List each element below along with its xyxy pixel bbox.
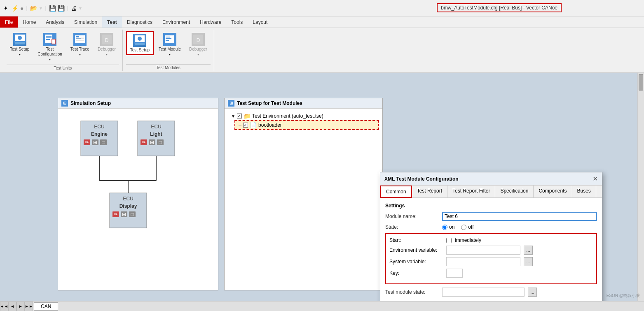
svg-rect-7	[46, 37, 52, 38]
svg-rect-49	[110, 193, 147, 228]
svg-rect-52	[112, 211, 119, 217]
svg-text:□: □	[102, 139, 105, 145]
menu-test[interactable]: Test	[102, 16, 122, 28]
test-setup-title: Test Setup for Test Modules	[237, 100, 302, 106]
tree-expand-env: ▼	[231, 114, 235, 118]
debugger-1-icon: D	[100, 33, 113, 46]
tab-test-report-filter[interactable]: Test Report Filter	[447, 186, 495, 197]
immediately-label: immediately	[455, 237, 481, 243]
menu-bar: File Home Analysis Simulation Test Diagn…	[0, 16, 644, 28]
tree-check-env[interactable]: ✓	[237, 114, 242, 118]
sim-setup-content: ECU Engine ✏ ⊞ □ ECU Light ✏ ⊞ □	[58, 109, 218, 289]
menu-tools[interactable]: Tools	[226, 16, 248, 28]
print-icon[interactable]: 🖨	[71, 5, 77, 12]
module-name-input[interactable]	[442, 212, 597, 221]
tree-check-bootloader[interactable]: ✓	[243, 123, 248, 128]
ribbon-test-setup-2[interactable]: Test Setup	[126, 31, 154, 55]
scrollbar[interactable]	[637, 73, 644, 301]
scroll-thumb[interactable]	[639, 74, 643, 91]
svg-text:D: D	[105, 37, 109, 43]
tab-common[interactable]: Common	[380, 186, 412, 198]
key-input[interactable]	[446, 269, 463, 278]
svg-rect-40	[138, 121, 175, 156]
nav-last-button[interactable]: ►►	[25, 302, 33, 311]
start-section: Start: immediately Environment variable:…	[385, 233, 597, 284]
svg-rect-2	[15, 42, 25, 44]
svg-text:Display: Display	[119, 203, 137, 209]
env-var-label: Environment variable:	[389, 247, 443, 253]
open-icon[interactable]: 📂	[30, 5, 37, 12]
state-off-option[interactable]: off	[461, 224, 473, 230]
ribbon-test-trace-label: Test Trace	[70, 47, 89, 52]
ribbon-debugger-1[interactable]: D Debugger ▾	[94, 31, 119, 58]
test-module-state-browse-button[interactable]: …	[528, 288, 537, 297]
ribbon-test-setup-1[interactable]: Test Setup ▾	[7, 31, 33, 58]
tab-components[interactable]: Components	[534, 186, 572, 197]
module-name-label: Module name:	[385, 214, 439, 219]
env-var-browse-button[interactable]: …	[524, 246, 533, 255]
tree-item-bootloader[interactable]: ─ ✓ 📄 bootloader	[234, 120, 379, 130]
menu-home[interactable]: Home	[18, 16, 41, 28]
svg-rect-34	[84, 139, 90, 145]
state-off-radio[interactable]	[461, 225, 466, 230]
svg-text:✏: ✏	[142, 139, 146, 145]
start-label: Start:	[389, 237, 443, 243]
svg-rect-53	[121, 211, 127, 217]
menu-analysis[interactable]: Analysis	[41, 16, 69, 28]
test-module-state-input[interactable]	[442, 288, 525, 297]
ribbon-test-module-arrow: ▾	[169, 53, 171, 56]
ribbon-test-setup-1-arrow: ▾	[19, 53, 21, 56]
svg-text:□: □	[159, 139, 162, 145]
state-on-option[interactable]: on	[442, 224, 454, 230]
menu-layout[interactable]: Layout	[248, 16, 272, 28]
svg-rect-31	[81, 121, 118, 156]
dialog-close-button[interactable]: ✕	[592, 175, 598, 183]
nav-prev-button[interactable]: ◄	[8, 302, 16, 311]
sim-setup-header: ⊞ Simulation Setup	[58, 98, 218, 109]
env-var-input[interactable]	[446, 246, 520, 255]
lightning-icon[interactable]: ⚡	[12, 5, 19, 12]
state-on-radio[interactable]	[442, 225, 447, 230]
menu-simulation[interactable]: Simulation	[69, 16, 102, 28]
svg-rect-8	[46, 39, 50, 40]
ribbon-test-config[interactable]: TestConfiguration ▾	[34, 31, 65, 63]
saveas-icon[interactable]: 💾	[58, 5, 65, 12]
menu-environment[interactable]: Environment	[157, 16, 195, 28]
sys-var-input[interactable]	[446, 257, 520, 266]
tree-folder-icon: 📁	[244, 113, 251, 119]
ribbon-debugger-2-label: Debugger	[189, 47, 207, 52]
sys-var-browse-button[interactable]: …	[524, 257, 533, 266]
svg-rect-36	[100, 139, 107, 145]
ribbon-group-test-units-label: Test Units	[7, 65, 119, 71]
nav-first-button[interactable]: ◄◄	[0, 302, 8, 311]
test-module-icon	[163, 33, 176, 46]
ribbon-test-trace[interactable]: Test Trace ▾	[67, 31, 93, 58]
ribbon-test-module[interactable]: Test Module ▾	[155, 31, 184, 58]
menu-diagnostics[interactable]: Diagnostics	[122, 16, 157, 28]
svg-rect-27	[166, 38, 171, 39]
state-radio-group: on off	[442, 224, 473, 230]
new-icon[interactable]: ✦	[3, 5, 8, 12]
ribbon-test-setup-1-label: Test Setup	[10, 47, 29, 52]
can-tab[interactable]: CAN	[34, 302, 58, 311]
save-icon[interactable]: 💾	[49, 5, 56, 12]
menu-hardware[interactable]: Hardware	[195, 16, 226, 28]
tab-specification[interactable]: Specification	[495, 186, 534, 197]
svg-text:Engine: Engine	[91, 131, 108, 137]
immediately-checkbox[interactable]	[446, 238, 452, 243]
ribbon: Test Setup ▾ TestConfiguration ▾ Test Tr…	[0, 28, 644, 73]
tree-env-label[interactable]: Test Environment (auto_test.tse)	[252, 113, 323, 119]
tab-test-report[interactable]: Test Report	[412, 186, 447, 197]
dialog-body: Settings Module name: State: on off	[380, 198, 602, 311]
tree-bootloader-label[interactable]: bootloader	[258, 122, 282, 128]
ribbon-debugger-2[interactable]: D Debugger ▾	[186, 31, 211, 58]
menu-file[interactable]: File	[0, 16, 18, 28]
tree-item-env[interactable]: ▼ ✓ 📁 Test Environment (auto_test.tse)	[228, 112, 379, 120]
circle-icon[interactable]: ●	[20, 5, 23, 12]
nav-next-button[interactable]: ►	[16, 302, 25, 311]
svg-rect-44	[149, 139, 155, 145]
status-bar: ◄◄ ◄ ► ►► CAN ESON @鸣叹小乘	[0, 301, 644, 311]
svg-rect-26	[166, 37, 170, 37]
tab-buses[interactable]: Buses	[572, 186, 596, 197]
test-module-state-row: Test module state: …	[385, 288, 597, 297]
